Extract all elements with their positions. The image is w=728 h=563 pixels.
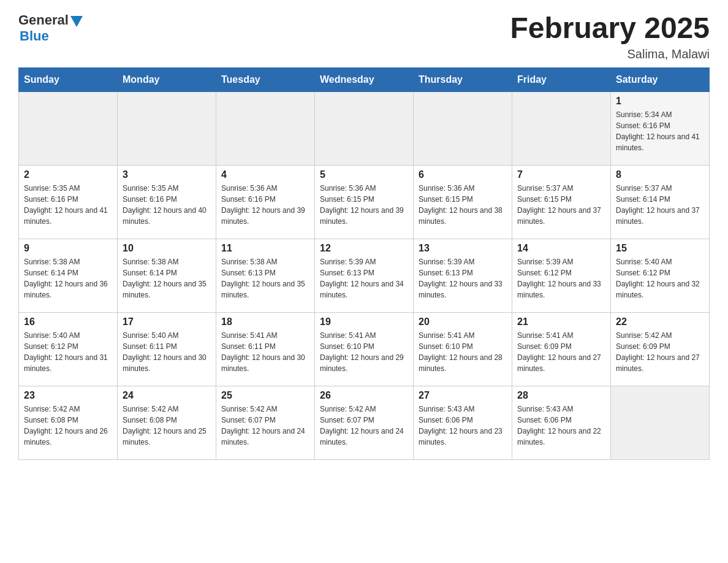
day-number: 19: [320, 316, 408, 327]
calendar-cell: 2Sunrise: 5:35 AM Sunset: 6:16 PM Daylig…: [19, 165, 118, 239]
calendar-cell: 28Sunrise: 5:43 AM Sunset: 6:06 PM Dayli…: [512, 386, 611, 459]
calendar-cell: 17Sunrise: 5:40 AM Sunset: 6:11 PM Dayli…: [118, 312, 216, 386]
day-info: Sunrise: 5:41 AM Sunset: 6:10 PM Dayligh…: [320, 330, 408, 374]
calendar-cell: [512, 91, 611, 165]
col-saturday: Saturday: [611, 67, 710, 91]
calendar-cell: 26Sunrise: 5:42 AM Sunset: 6:07 PM Dayli…: [315, 386, 414, 459]
col-tuesday: Tuesday: [216, 67, 315, 91]
day-number: 24: [123, 390, 211, 401]
day-number: 16: [24, 316, 112, 327]
calendar-cell: 15Sunrise: 5:40 AM Sunset: 6:12 PM Dayli…: [611, 239, 710, 312]
col-monday: Monday: [118, 67, 216, 91]
day-number: 6: [419, 169, 507, 180]
day-number: 25: [221, 390, 309, 401]
day-number: 21: [517, 316, 605, 327]
calendar-cell: 3Sunrise: 5:35 AM Sunset: 6:16 PM Daylig…: [118, 165, 216, 239]
calendar-cell: 23Sunrise: 5:42 AM Sunset: 6:08 PM Dayli…: [19, 386, 118, 459]
calendar-cell: [19, 91, 118, 165]
calendar-title: February 2025: [510, 12, 710, 45]
col-friday: Friday: [512, 67, 611, 91]
day-number: 9: [24, 243, 112, 254]
calendar-cell: 10Sunrise: 5:38 AM Sunset: 6:14 PM Dayli…: [118, 239, 216, 312]
calendar-cell: 12Sunrise: 5:39 AM Sunset: 6:13 PM Dayli…: [315, 239, 414, 312]
calendar-cell: [216, 91, 315, 165]
calendar-subtitle: Salima, Malawi: [510, 47, 710, 61]
day-info: Sunrise: 5:42 AM Sunset: 6:07 PM Dayligh…: [320, 404, 408, 448]
calendar-cell: [611, 386, 710, 459]
day-number: 15: [616, 243, 704, 254]
day-info: Sunrise: 5:38 AM Sunset: 6:14 PM Dayligh…: [123, 256, 211, 301]
day-number: 12: [320, 243, 408, 254]
calendar-cell: [118, 91, 216, 165]
day-number: 20: [419, 316, 507, 327]
col-thursday: Thursday: [414, 67, 512, 91]
calendar-cell: [315, 91, 414, 165]
calendar-cell: 18Sunrise: 5:41 AM Sunset: 6:11 PM Dayli…: [216, 312, 315, 386]
calendar-week-row: 16Sunrise: 5:40 AM Sunset: 6:12 PM Dayli…: [19, 312, 710, 386]
col-sunday: Sunday: [19, 67, 118, 91]
day-info: Sunrise: 5:41 AM Sunset: 6:11 PM Dayligh…: [221, 330, 309, 374]
calendar-cell: 21Sunrise: 5:41 AM Sunset: 6:09 PM Dayli…: [512, 312, 611, 386]
day-info: Sunrise: 5:42 AM Sunset: 6:09 PM Dayligh…: [616, 330, 704, 374]
day-number: 26: [320, 390, 408, 401]
day-info: Sunrise: 5:43 AM Sunset: 6:06 PM Dayligh…: [419, 404, 507, 448]
day-info: Sunrise: 5:39 AM Sunset: 6:12 PM Dayligh…: [517, 256, 605, 301]
day-number: 3: [123, 169, 211, 180]
day-number: 7: [517, 169, 605, 180]
day-info: Sunrise: 5:41 AM Sunset: 6:10 PM Dayligh…: [419, 330, 507, 374]
day-number: 22: [616, 316, 704, 327]
calendar-week-row: 1Sunrise: 5:34 AM Sunset: 6:16 PM Daylig…: [19, 91, 710, 165]
day-info: Sunrise: 5:36 AM Sunset: 6:16 PM Dayligh…: [221, 183, 309, 227]
day-info: Sunrise: 5:40 AM Sunset: 6:12 PM Dayligh…: [24, 330, 112, 374]
day-info: Sunrise: 5:39 AM Sunset: 6:13 PM Dayligh…: [320, 256, 408, 301]
calendar-week-row: 9Sunrise: 5:38 AM Sunset: 6:14 PM Daylig…: [19, 239, 710, 312]
logo-blue-text: Blue: [20, 28, 49, 44]
logo-triangle-icon: [70, 16, 83, 27]
calendar-header-row: Sunday Monday Tuesday Wednesday Thursday…: [19, 67, 710, 91]
calendar-cell: 4Sunrise: 5:36 AM Sunset: 6:16 PM Daylig…: [216, 165, 315, 239]
day-number: 8: [616, 169, 704, 180]
calendar-cell: 7Sunrise: 5:37 AM Sunset: 6:15 PM Daylig…: [512, 165, 611, 239]
calendar-cell: [414, 91, 512, 165]
day-info: Sunrise: 5:40 AM Sunset: 6:11 PM Dayligh…: [123, 330, 211, 374]
day-info: Sunrise: 5:37 AM Sunset: 6:15 PM Dayligh…: [517, 183, 605, 227]
day-number: 2: [24, 169, 112, 180]
calendar-cell: 13Sunrise: 5:39 AM Sunset: 6:13 PM Dayli…: [414, 239, 512, 312]
day-info: Sunrise: 5:42 AM Sunset: 6:08 PM Dayligh…: [123, 404, 211, 448]
day-info: Sunrise: 5:40 AM Sunset: 6:12 PM Dayligh…: [616, 256, 704, 301]
logo: General Blue: [18, 12, 83, 44]
calendar-cell: 11Sunrise: 5:38 AM Sunset: 6:13 PM Dayli…: [216, 239, 315, 312]
day-info: Sunrise: 5:43 AM Sunset: 6:06 PM Dayligh…: [517, 404, 605, 448]
calendar-cell: 27Sunrise: 5:43 AM Sunset: 6:06 PM Dayli…: [414, 386, 512, 459]
logo-general-text: General: [18, 12, 69, 28]
calendar-cell: 16Sunrise: 5:40 AM Sunset: 6:12 PM Dayli…: [19, 312, 118, 386]
day-info: Sunrise: 5:42 AM Sunset: 6:08 PM Dayligh…: [24, 404, 112, 448]
day-info: Sunrise: 5:35 AM Sunset: 6:16 PM Dayligh…: [123, 183, 211, 227]
col-wednesday: Wednesday: [315, 67, 414, 91]
day-number: 23: [24, 390, 112, 401]
calendar-cell: 20Sunrise: 5:41 AM Sunset: 6:10 PM Dayli…: [414, 312, 512, 386]
calendar-cell: 5Sunrise: 5:36 AM Sunset: 6:15 PM Daylig…: [315, 165, 414, 239]
calendar-week-row: 23Sunrise: 5:42 AM Sunset: 6:08 PM Dayli…: [19, 386, 710, 459]
calendar-cell: 24Sunrise: 5:42 AM Sunset: 6:08 PM Dayli…: [118, 386, 216, 459]
day-number: 5: [320, 169, 408, 180]
title-area: February 2025 Salima, Malawi: [510, 12, 710, 61]
day-number: 13: [419, 243, 507, 254]
day-info: Sunrise: 5:35 AM Sunset: 6:16 PM Dayligh…: [24, 183, 112, 227]
day-info: Sunrise: 5:37 AM Sunset: 6:14 PM Dayligh…: [616, 183, 704, 227]
day-number: 11: [221, 243, 309, 254]
day-info: Sunrise: 5:39 AM Sunset: 6:13 PM Dayligh…: [419, 256, 507, 301]
day-number: 14: [517, 243, 605, 254]
day-number: 4: [221, 169, 309, 180]
calendar-week-row: 2Sunrise: 5:35 AM Sunset: 6:16 PM Daylig…: [19, 165, 710, 239]
calendar-table: Sunday Monday Tuesday Wednesday Thursday…: [18, 67, 710, 460]
day-number: 27: [419, 390, 507, 401]
day-info: Sunrise: 5:38 AM Sunset: 6:13 PM Dayligh…: [221, 256, 309, 301]
calendar-cell: 25Sunrise: 5:42 AM Sunset: 6:07 PM Dayli…: [216, 386, 315, 459]
day-info: Sunrise: 5:36 AM Sunset: 6:15 PM Dayligh…: [320, 183, 408, 227]
day-number: 17: [123, 316, 211, 327]
calendar-cell: 14Sunrise: 5:39 AM Sunset: 6:12 PM Dayli…: [512, 239, 611, 312]
calendar-cell: 19Sunrise: 5:41 AM Sunset: 6:10 PM Dayli…: [315, 312, 414, 386]
day-info: Sunrise: 5:41 AM Sunset: 6:09 PM Dayligh…: [517, 330, 605, 374]
calendar-cell: 6Sunrise: 5:36 AM Sunset: 6:15 PM Daylig…: [414, 165, 512, 239]
